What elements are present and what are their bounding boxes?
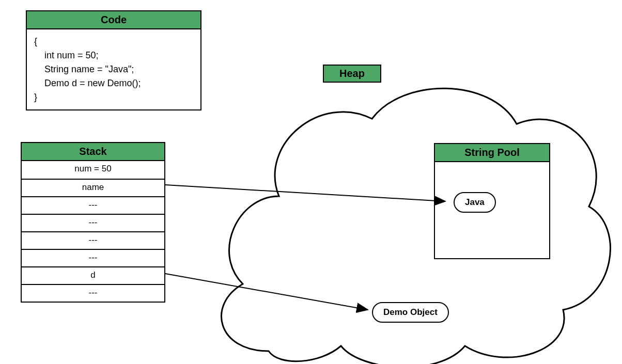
demo-object: Demo Object [372, 302, 449, 323]
stack-row: --- [22, 214, 164, 231]
stack-row: --- [22, 249, 164, 266]
stack-row: --- [22, 196, 164, 214]
stack-title: Stack [22, 143, 164, 161]
string-pool-title: String Pool [435, 144, 549, 162]
arrow-name-to-java [165, 185, 445, 201]
stack-panel: Stack num = 50 name --- --- --- --- d --… [21, 142, 165, 303]
code-body: { int num = 50; String name = "Java"; De… [27, 29, 200, 109]
java-string-object: Java [454, 192, 496, 213]
stack-row: d [22, 266, 164, 284]
code-title: Code [27, 11, 200, 29]
heap-label: Heap [323, 65, 381, 83]
arrow-d-to-demo [165, 274, 368, 310]
stack-row: name [22, 179, 164, 196]
code-panel: Code { int num = 50; String name = "Java… [26, 10, 201, 110]
stack-row: --- [22, 284, 164, 302]
stack-row: num = 50 [22, 161, 164, 179]
stack-row: --- [22, 231, 164, 249]
